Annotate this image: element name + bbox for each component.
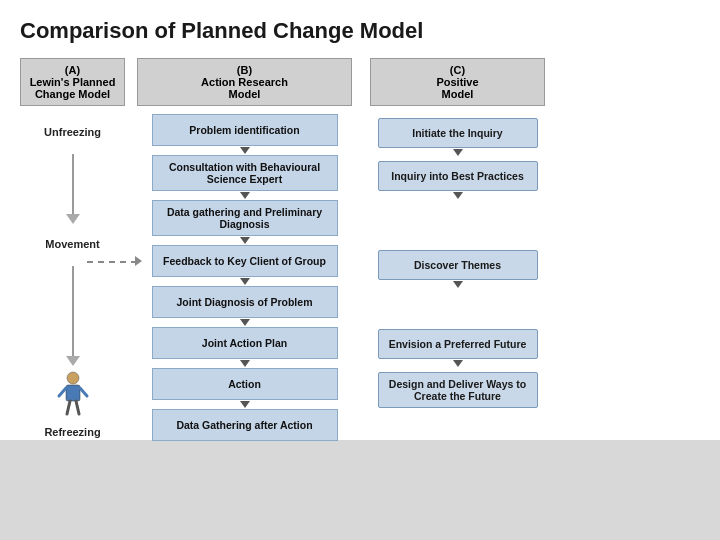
- col-a-unfreezing-cell: Unfreezing: [20, 112, 125, 152]
- flow-box-b-3: Feedback to Key Client of Group: [152, 245, 338, 277]
- flow-box-b-0: Problem identification: [152, 114, 338, 146]
- arrow-b-6: [240, 401, 250, 408]
- col-a-arrowhead2: [66, 356, 80, 366]
- arrow-b-0: [240, 147, 250, 154]
- arrow-c-2: [453, 281, 463, 288]
- label-movement: Movement: [41, 234, 103, 254]
- flow-box-c-3: Envision a Preferred Future: [378, 329, 538, 359]
- col-a-header: (A) Lewin's Planned Change Model: [20, 58, 125, 106]
- svg-point-0: [67, 372, 79, 384]
- col-b-header-2: Action Research: [201, 76, 288, 88]
- col-c-header-1: (C): [436, 64, 478, 76]
- flow-box-b-1: Consultation with Behavioural Science Ex…: [152, 155, 338, 191]
- svg-line-4: [67, 401, 70, 414]
- arrow-b-2: [240, 237, 250, 244]
- col-b-header-3: Model: [201, 88, 288, 100]
- col-b: (B) Action Research Model Problem identi…: [137, 58, 352, 441]
- col-a-header-1: (A): [30, 64, 116, 76]
- flow-box-b-7: Data Gathering after Action: [152, 409, 338, 441]
- person-figure: [55, 370, 91, 420]
- page: Comparison of Planned Change Model (A) L…: [0, 0, 720, 540]
- arrow-b-4: [240, 319, 250, 326]
- col-c-flow: Initiate the Inquiry Inquiry into Best P…: [370, 106, 545, 408]
- col-a-header-3: Change Model: [30, 88, 116, 100]
- flow-box-c-2: Discover Themes: [378, 250, 538, 280]
- col-c-header-2: Positive: [436, 76, 478, 88]
- arrow-b-3: [240, 278, 250, 285]
- arrow-c-1: [453, 192, 463, 199]
- col-a: (A) Lewin's Planned Change Model Unfreez…: [20, 58, 125, 442]
- label-refreezing: Refreezing: [40, 422, 104, 442]
- arrow-c-0: [453, 149, 463, 156]
- feedback-row: Feedback to Key Client of Group: [137, 245, 352, 277]
- col-b-flow: Problem identification Consultation with…: [137, 106, 352, 441]
- flow-box-b-4: Joint Diagnosis of Problem: [152, 286, 338, 318]
- page-title: Comparison of Planned Change Model: [20, 18, 700, 44]
- col-a-refreezing-cell: Refreezing: [20, 370, 125, 442]
- dashed-arrowhead: [135, 256, 142, 266]
- col-b-header: (B) Action Research Model: [137, 58, 352, 106]
- svg-rect-1: [66, 385, 80, 401]
- flow-box-c-1: Inquiry into Best Practices: [378, 161, 538, 191]
- flow-box-c-0: Initiate the Inquiry: [378, 118, 538, 148]
- flow-box-b-5: Joint Action Plan: [152, 327, 338, 359]
- col-a-arrow2: [20, 266, 125, 366]
- arrow-b-5: [240, 360, 250, 367]
- flow-box-b-2: Data gathering and Preliminary Diagnosis: [152, 200, 338, 236]
- bottom-bg: [0, 440, 720, 540]
- flow-box-b-6: Action: [152, 368, 338, 400]
- col-a-header-2: Lewin's Planned: [30, 76, 116, 88]
- arrow-c-3: [453, 360, 463, 367]
- col-a-line2: [72, 266, 74, 356]
- label-unfreezing: Unfreezing: [40, 122, 105, 142]
- svg-line-2: [59, 388, 66, 396]
- col-a-movement-cell: Movement: [20, 224, 125, 264]
- svg-line-3: [80, 388, 87, 396]
- svg-line-5: [76, 401, 79, 414]
- col-b-header-1: (B): [201, 64, 288, 76]
- col-c-header: (C) Positive Model: [370, 58, 545, 106]
- main-layout: (A) Lewin's Planned Change Model Unfreez…: [20, 58, 700, 442]
- col-a-arrow1: [20, 154, 125, 224]
- arrow-b-1: [240, 192, 250, 199]
- dashed-arrow-left: [87, 261, 137, 263]
- col-a-arrowhead1: [66, 214, 80, 224]
- flow-box-c-4: Design and Deliver Ways to Create the Fu…: [378, 372, 538, 408]
- col-a-line1: [72, 154, 74, 214]
- col-c-header-3: Model: [436, 88, 478, 100]
- col-c: (C) Positive Model Initiate the Inquiry …: [370, 58, 545, 408]
